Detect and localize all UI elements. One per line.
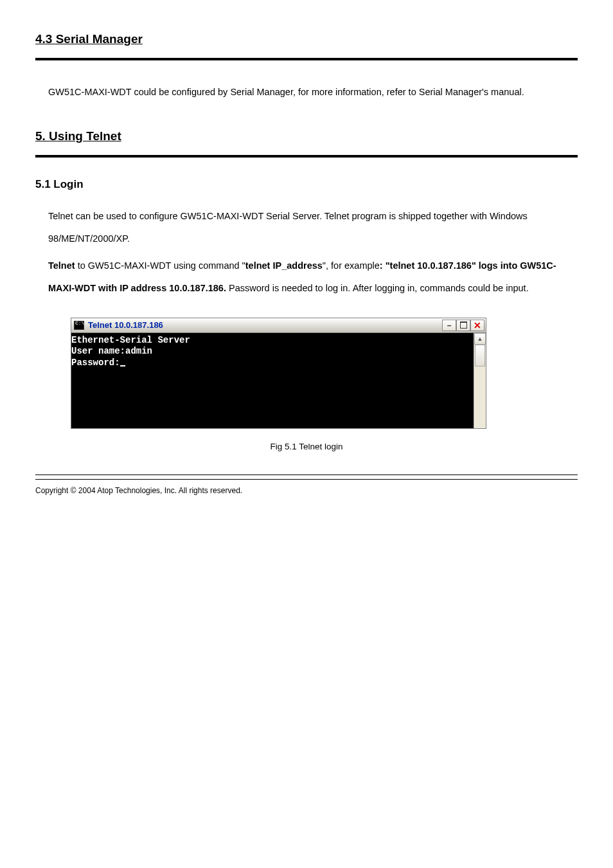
telnet-titlebar: C:\ Telnet 10.0.187.186 – ✕ — [71, 318, 486, 333]
telnet-cmd-example: telnet 10.0.187.186 — [390, 260, 472, 271]
divider-top — [35, 58, 578, 60]
console-icon-label: C:\ — [75, 321, 84, 326]
subhead-login: 5.1 Login — [35, 178, 578, 191]
txt: Password is needed to log in. After logg… — [226, 283, 529, 293]
txt: to GW51C-MAXI-WDT — [78, 260, 174, 271]
footer-rule-1 — [35, 475, 578, 475]
footer-copyright: Copyright © 2004 Atop Technologies, Inc.… — [35, 486, 578, 495]
maximize-button[interactable] — [456, 320, 470, 331]
divider-2 — [35, 155, 578, 158]
scroll-thumb[interactable] — [475, 345, 485, 366]
footer: Copyright © 2004 Atop Technologies, Inc.… — [35, 486, 578, 495]
console-icon: C:\ — [74, 321, 84, 330]
minimize-button[interactable]: – — [442, 320, 456, 331]
telnet-password-label: Password: — [71, 357, 120, 368]
page-container: 4.3 Serial Manager GW51C-MAXI-WDT could … — [0, 0, 613, 534]
telnet-line-2: User name:admin — [71, 346, 471, 357]
window-controls: – ✕ — [442, 320, 484, 331]
telnet-line-1: Ethernet-Serial Server — [71, 335, 471, 347]
heading-using-telnet: 5. Using Telnet — [35, 129, 578, 143]
para-telnet-intro: Telnet can be used to configure GW51C-MA… — [48, 205, 578, 250]
close-button[interactable]: ✕ — [470, 320, 484, 331]
txt: : " — [380, 260, 390, 271]
para-telnet-command: Telnet to GW51C-MAXI-WDT using command "… — [48, 255, 578, 300]
telnet-body-wrap: Ethernet-Serial Server User name:admin P… — [71, 333, 486, 428]
txt: ", for example — [323, 260, 380, 271]
telnet-window: C:\ Telnet 10.0.187.186 – ✕ Ethernet-Ser… — [71, 318, 486, 429]
heading-serial-manager: 4.3 Serial Manager — [35, 32, 578, 46]
telnet-cmd-generic: telnet IP_address — [245, 260, 323, 271]
txt: using command " — [173, 260, 245, 271]
telnet-window-title: Telnet 10.0.187.186 — [88, 320, 442, 330]
telnet-line-3: Password: — [71, 357, 471, 369]
cursor-icon — [120, 365, 125, 366]
scroll-up-button[interactable]: ▲ — [474, 333, 486, 345]
para-serial-manager: GW51C-MAXI-WDT could be configured by Se… — [48, 81, 578, 104]
scrollbar[interactable]: ▲ — [474, 333, 486, 428]
telnet-word: Telnet — [48, 260, 78, 271]
footer-rule-2 — [35, 479, 578, 480]
telnet-body: Ethernet-Serial Server User name:admin P… — [71, 333, 474, 428]
scroll-track[interactable] — [474, 345, 486, 428]
figure-caption: Fig 5.1 Telnet login — [35, 442, 578, 451]
